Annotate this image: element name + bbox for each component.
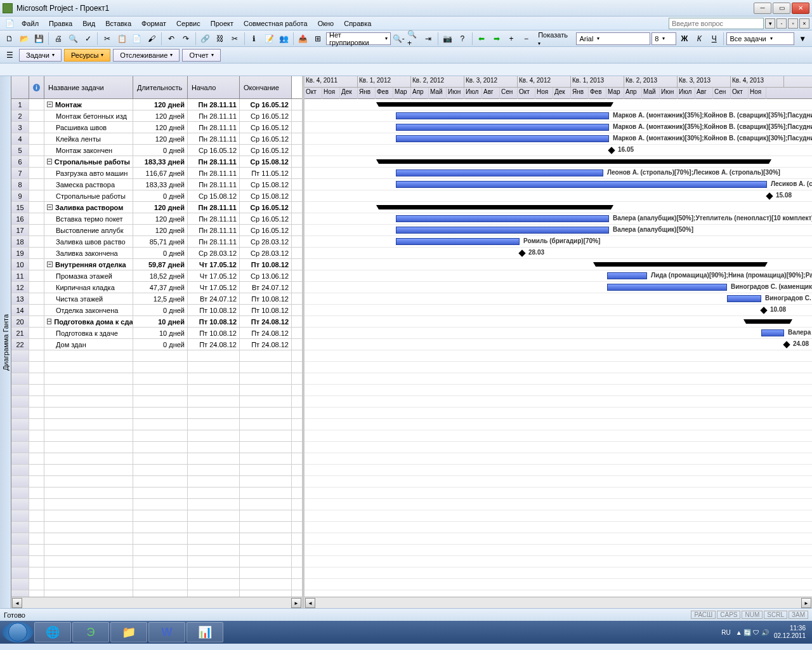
menu-tools[interactable]: Сервис: [171, 18, 206, 29]
guide-toggle-icon[interactable]: ☰: [3, 48, 16, 62]
maximize-button[interactable]: ▭: [773, 3, 790, 14]
undo-icon[interactable]: ↶: [164, 32, 178, 46]
col-start[interactable]: Начало: [188, 76, 240, 98]
gantt-row[interactable]: Лесиков А. (стропаль)[70%];Леонов А. (ст…: [304, 179, 812, 190]
menu-project[interactable]: Проект: [206, 18, 239, 29]
taskbar-explorer[interactable]: 📁: [110, 622, 147, 642]
tray-icons[interactable]: ▲ 🔄 🛡 🔊: [736, 629, 769, 636]
font-select[interactable]: Arial▾: [576, 32, 650, 45]
unlink-icon[interactable]: ⛓: [213, 32, 226, 46]
task-bar[interactable]: [607, 284, 727, 291]
gantt-row[interactable]: Марков А. (монтажник)[30%];Койнов В. (св…: [304, 133, 812, 145]
tray-clock[interactable]: 11:3602.12.2011: [774, 625, 806, 640]
table-row[interactable]: [11, 408, 302, 419]
col-name[interactable]: Название задачи: [44, 76, 133, 98]
scroll-right-icon[interactable]: ►: [291, 598, 301, 608]
task-bar[interactable]: [396, 124, 609, 131]
scroll-left-icon[interactable]: ◄: [305, 598, 315, 608]
gantt-row[interactable]: [304, 316, 812, 328]
tray-lang[interactable]: RU: [721, 629, 730, 636]
goto-task-icon[interactable]: ⇥: [421, 32, 435, 46]
table-row[interactable]: 13 Чистка этажей 12,5 дней Вт 24.07.12 П…: [11, 293, 302, 305]
table-row[interactable]: [11, 350, 302, 362]
cut-icon[interactable]: ✂: [100, 32, 114, 46]
table-row[interactable]: 18 Заливка швов раство 85,71 дней Пн 28.…: [11, 236, 302, 248]
publish-icon[interactable]: 📤: [296, 32, 310, 46]
table-row[interactable]: 12 Кирпичная кладка 47,37 дней Чт 17.05.…: [11, 282, 302, 293]
table-row[interactable]: 4 Клейка ленты 120 дней Пн 28.11.11 Ср 1…: [11, 133, 302, 145]
table-row[interactable]: [11, 545, 302, 556]
gantt-row[interactable]: Валера (апалубщик)[50%]: [304, 225, 812, 236]
col-indicators[interactable]: i: [29, 76, 44, 98]
taskbar-ie[interactable]: 🌐: [34, 622, 71, 642]
table-row[interactable]: 9 Стропальные работы 0 дней Ср 15.08.12 …: [11, 190, 302, 202]
table-row[interactable]: 19 Заливка закончена 0 дней Ср 28.03.12 …: [11, 248, 302, 259]
filter-select[interactable]: Все задачи▾: [726, 32, 794, 45]
view-tab[interactable]: Диаграмма Ганта: [0, 76, 11, 608]
table-row[interactable]: 7 Разгрузка авто машин 116,67 дней Пн 28…: [11, 168, 302, 179]
table-row[interactable]: [11, 476, 302, 488]
show-dropdown[interactable]: Показать ▾: [534, 31, 575, 46]
underline-icon[interactable]: Ч: [707, 32, 721, 46]
formula-bar[interactable]: [0, 63, 812, 76]
menu-help[interactable]: Справка: [339, 18, 376, 29]
print-icon[interactable]: 🖨: [51, 32, 65, 46]
task-bar[interactable]: [727, 295, 761, 302]
table-row[interactable]: [11, 556, 302, 567]
table-row[interactable]: [11, 430, 302, 442]
gantt-row[interactable]: 24.08: [304, 339, 812, 350]
table-row[interactable]: [11, 465, 302, 476]
autofilter-icon[interactable]: ▼: [796, 32, 809, 46]
table-row[interactable]: 1 −Монтаж 120 дней Пн 28.11.11 Ср 16.05.…: [11, 99, 302, 110]
table-row[interactable]: 16 Вставка термо покет 120 дней Пн 28.11…: [11, 213, 302, 225]
col-duration[interactable]: Длительность: [133, 76, 188, 98]
link-icon[interactable]: 🔗: [199, 32, 212, 46]
gantt-row[interactable]: Валера (апалубщик)[15%];Леонов А. (строп…: [304, 328, 812, 339]
preview-icon[interactable]: 🔍: [67, 32, 80, 46]
table-row[interactable]: [11, 453, 302, 465]
task-bar[interactable]: [396, 238, 520, 245]
table-row[interactable]: [11, 499, 302, 510]
table-row[interactable]: [11, 385, 302, 396]
bold-icon[interactable]: Ж: [678, 32, 691, 46]
start-button[interactable]: [3, 622, 33, 642]
help-icon[interactable]: ?: [455, 32, 469, 46]
format-painter-icon[interactable]: 🖌: [145, 32, 159, 46]
gantt-row[interactable]: Марков А. (монтажник)[35%];Койнов В. (св…: [304, 110, 812, 122]
table-row[interactable]: 17 Выстовление аплубк 120 дней Пн 28.11.…: [11, 225, 302, 236]
table-row[interactable]: [11, 590, 302, 597]
table-row[interactable]: [11, 522, 302, 533]
table-row[interactable]: 10 −Внутренняя отделка 59,87 дней Чт 17.…: [11, 259, 302, 270]
menu-window[interactable]: Окно: [313, 18, 339, 29]
gantt-row[interactable]: [304, 156, 812, 168]
table-row[interactable]: 8 Замеска раствора 183,33 дней Пн 28.11.…: [11, 179, 302, 190]
split-icon[interactable]: ✂: [228, 32, 242, 46]
info-icon[interactable]: ℹ: [247, 32, 261, 46]
arrow-right-icon[interactable]: ➡: [490, 32, 503, 46]
menu-insert[interactable]: Вставка: [100, 18, 136, 29]
close-button[interactable]: ✕: [792, 3, 809, 14]
table-row[interactable]: 5 Монтаж закончен 0 дней Ср 16.05.12 Ср …: [11, 145, 302, 156]
table-row[interactable]: 11 Промазка этажей 18,52 дней Чт 17.05.1…: [11, 270, 302, 282]
task-bar[interactable]: [396, 169, 603, 176]
gantt-row[interactable]: [304, 99, 812, 110]
table-row[interactable]: 2 Монтаж бетонных изд 120 дней Пн 28.11.…: [11, 110, 302, 122]
scroll-left-icon[interactable]: ◄: [12, 598, 22, 608]
gantt-row[interactable]: Марков А. (монтажник)[35%];Койнов В. (св…: [304, 122, 812, 133]
doc-close-button[interactable]: ×: [799, 18, 809, 29]
indent-icon[interactable]: −: [520, 32, 533, 46]
scroll-right-icon[interactable]: ►: [801, 598, 811, 608]
menu-file[interactable]: Файл: [16, 18, 44, 29]
table-row[interactable]: [11, 533, 302, 545]
gantt-row[interactable]: 28.03: [304, 248, 812, 259]
gantt-row[interactable]: Виноградов С. (каменщик)[95%];Кирпич[35 …: [304, 282, 812, 293]
col-finish[interactable]: Окончание: [240, 76, 292, 98]
zoom-out-icon[interactable]: 🔍-: [392, 32, 405, 46]
table-row[interactable]: [11, 419, 302, 430]
table-row[interactable]: [11, 396, 302, 408]
paste-icon[interactable]: 📄: [130, 32, 143, 46]
taskbar-project[interactable]: 📊: [187, 622, 223, 642]
gantt-row[interactable]: Лида (промащица)[90%];Нина (промащица)[9…: [304, 270, 812, 282]
col-select-all[interactable]: [11, 76, 29, 98]
task-bar[interactable]: [396, 215, 609, 222]
